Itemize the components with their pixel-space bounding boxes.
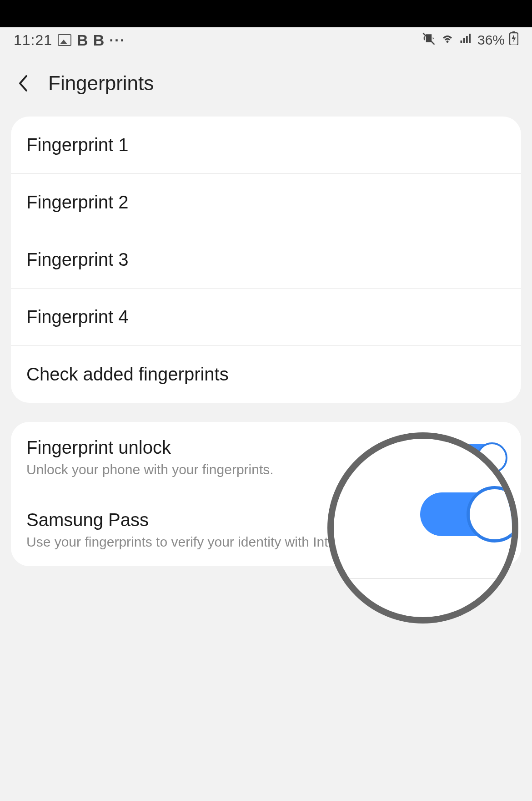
- samsung-pass-subtitle: Use your fingerprints to verify your ide…: [26, 533, 506, 551]
- battery-charging-icon: [509, 31, 518, 49]
- picture-icon: [58, 34, 71, 46]
- top-black-bar: [0, 0, 532, 27]
- check-fingerprints-label: Check added fingerprints: [26, 364, 229, 384]
- fingerprint-item-3[interactable]: Fingerprint 3: [11, 231, 521, 289]
- fingerprint-unlock-toggle[interactable]: [457, 444, 506, 471]
- fingerprint-unlock-title: Fingerprint unlock: [26, 437, 443, 458]
- samsung-pass-row[interactable]: Samsung Pass Use your fingerprints to ve…: [11, 494, 521, 566]
- back-button[interactable]: [14, 74, 32, 92]
- zoomed-divider: [334, 578, 512, 579]
- vibrate-icon: [422, 31, 436, 49]
- chevron-left-icon: [17, 74, 29, 92]
- battery-percentage: 36%: [477, 32, 505, 48]
- toggle-knob: [477, 442, 507, 473]
- fingerprint-item-4[interactable]: Fingerprint 4: [11, 289, 521, 346]
- status-time: 11:21: [14, 32, 52, 49]
- check-added-fingerprints[interactable]: Check added fingerprints: [11, 346, 521, 403]
- page-title: Fingerprints: [48, 72, 154, 95]
- app-indicator-b1: B: [77, 31, 88, 49]
- fingerprint-item-1[interactable]: Fingerprint 1: [11, 117, 521, 174]
- fingerprint-label: Fingerprint 1: [26, 135, 129, 155]
- fingerprint-options-card: Fingerprint unlock Unlock your phone wit…: [11, 422, 521, 566]
- wifi-icon: [440, 31, 455, 49]
- svg-rect-1: [512, 31, 515, 33]
- fingerprint-label: Fingerprint 3: [26, 249, 129, 269]
- fingerprint-label: Fingerprint 4: [26, 307, 129, 327]
- signal-icon: [459, 31, 473, 49]
- fingerprint-label: Fingerprint 2: [26, 192, 129, 212]
- samsung-pass-title: Samsung Pass: [26, 510, 506, 530]
- fingerprint-list-card: Fingerprint 1 Fingerprint 2 Fingerprint …: [11, 117, 521, 403]
- app-indicator-b2: B: [93, 31, 104, 49]
- page-header: Fingerprints: [0, 53, 532, 117]
- more-notifications-icon: ···: [109, 32, 125, 49]
- fingerprint-unlock-row[interactable]: Fingerprint unlock Unlock your phone wit…: [11, 422, 521, 494]
- fingerprint-unlock-subtitle: Unlock your phone with your fingerprints…: [26, 461, 443, 478]
- status-bar: 11:21 B B ··· 36%: [0, 27, 532, 53]
- fingerprint-item-2[interactable]: Fingerprint 2: [11, 174, 521, 231]
